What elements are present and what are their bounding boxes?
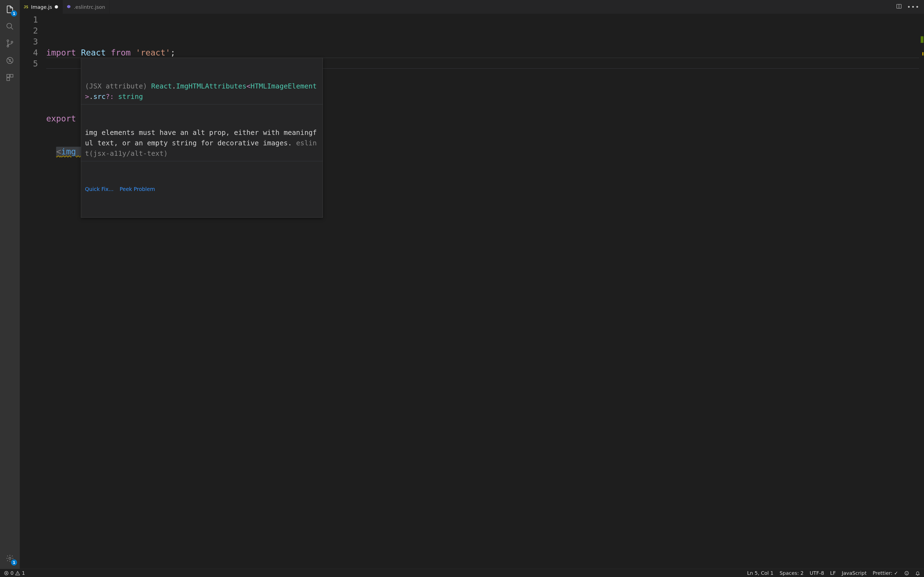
- smiley-icon: [904, 571, 909, 575]
- status-eol[interactable]: LF: [830, 570, 836, 576]
- svg-point-20: [906, 572, 906, 573]
- branch-icon: [6, 39, 14, 48]
- hover-lint-message: img elements must have an alt prop, eith…: [81, 125, 323, 161]
- activity-extensions[interactable]: [3, 71, 16, 84]
- status-notifications[interactable]: [915, 571, 920, 575]
- peek-problem-link[interactable]: Peek Problem: [120, 184, 155, 194]
- settings-badge: 1: [11, 559, 17, 566]
- hover-token: React: [151, 82, 172, 90]
- activity-debug[interactable]: [3, 54, 16, 67]
- tab-label: Image.js: [31, 4, 52, 10]
- status-problems[interactable]: 0 1: [4, 570, 25, 576]
- token: import: [46, 48, 76, 57]
- line-number: 5: [20, 58, 38, 69]
- warning-icon: [15, 571, 20, 575]
- editor[interactable]: 1 2 3 4 5 import React from 'react'; exp…: [20, 14, 924, 569]
- status-feedback[interactable]: [904, 571, 909, 575]
- hover-lint-text: img elements must have an alt prop, eith…: [85, 129, 317, 147]
- code-area[interactable]: import React from 'react'; export const …: [46, 14, 919, 569]
- line-number: 1: [20, 14, 38, 25]
- token: 'react': [136, 48, 170, 57]
- split-editor-icon: [896, 3, 902, 9]
- token: img: [61, 147, 76, 156]
- hover-tooltip: (JSX attribute) React.ImgHTMLAttributes<…: [81, 58, 323, 218]
- hover-token: >: [85, 93, 89, 101]
- line-number: 4: [20, 47, 38, 58]
- svg-point-19: [905, 571, 909, 575]
- line-number: 2: [20, 25, 38, 36]
- svg-marker-11: [67, 5, 70, 8]
- status-linecol[interactable]: Ln 5, Col 1: [747, 570, 774, 576]
- svg-line-6: [8, 58, 12, 63]
- svg-point-21: [907, 572, 908, 573]
- activity-settings[interactable]: 1: [3, 552, 16, 565]
- token: export: [46, 114, 76, 123]
- svg-rect-9: [7, 78, 10, 81]
- search-icon: [6, 22, 14, 31]
- hover-token: (JSX attribute): [85, 82, 151, 90]
- hover-token: string: [114, 93, 143, 101]
- hover-actions: Quick Fix... Peek Problem: [81, 182, 323, 197]
- tab-bar: JS Image.js .eslintrc.json •••: [20, 0, 924, 14]
- debug-icon: [6, 56, 14, 64]
- line-number: 3: [20, 36, 38, 47]
- hover-token: .: [172, 82, 176, 90]
- svg-point-10: [9, 557, 11, 559]
- hover-token: ImgHTMLAttributes: [176, 82, 246, 90]
- token: [76, 147, 81, 156]
- status-language[interactable]: JavaScript: [842, 570, 866, 576]
- status-prettier[interactable]: Prettier: ✓: [872, 570, 898, 576]
- activity-bar: 1 1: [0, 0, 20, 569]
- status-encoding[interactable]: UTF-8: [809, 570, 824, 576]
- tab-eslintrc[interactable]: .eslintrc.json: [63, 0, 110, 14]
- split-editor-button[interactable]: [896, 3, 902, 10]
- js-file-icon: JS: [24, 5, 28, 9]
- more-actions-button[interactable]: •••: [907, 3, 919, 10]
- overview-warning-mark: [922, 52, 924, 55]
- hover-token: <: [246, 82, 250, 90]
- activity-source-control[interactable]: [3, 37, 16, 50]
- hover-token: ?:: [106, 93, 114, 101]
- activity-search[interactable]: [3, 20, 16, 33]
- status-bar: 0 1 Ln 5, Col 1 Spaces: 2 UTF-8 LF JavaS…: [0, 569, 924, 577]
- status-indent[interactable]: Spaces: 2: [780, 570, 804, 576]
- overview-change-mark: [921, 36, 924, 43]
- token: ;: [171, 48, 176, 57]
- eslint-file-icon: [66, 5, 71, 10]
- svg-rect-8: [10, 74, 13, 77]
- explorer-badge: 1: [11, 10, 17, 16]
- overview-ruler[interactable]: [919, 14, 924, 569]
- bell-icon: [915, 571, 920, 575]
- ellipsis-icon: •••: [907, 3, 919, 10]
- line-number-gutter: 1 2 3 4 5: [20, 14, 46, 569]
- svg-point-0: [7, 23, 12, 28]
- svg-line-1: [11, 27, 13, 30]
- hover-token: src: [93, 93, 106, 101]
- svg-point-2: [7, 40, 8, 42]
- tab-image-js[interactable]: JS Image.js: [20, 0, 63, 14]
- token: from: [111, 48, 131, 57]
- token: React: [81, 48, 106, 57]
- activity-explorer[interactable]: 1: [3, 3, 16, 16]
- status-warning-count: 1: [22, 570, 25, 576]
- dirty-indicator-icon: [55, 5, 58, 8]
- status-error-count: 0: [10, 570, 13, 576]
- svg-rect-7: [7, 74, 10, 77]
- hover-token: HTMLImageElement: [250, 82, 317, 90]
- token: <: [56, 147, 61, 156]
- svg-point-4: [11, 41, 13, 43]
- error-icon: [4, 571, 9, 575]
- hover-token: .: [89, 93, 93, 101]
- tab-label: .eslintrc.json: [74, 4, 105, 10]
- hover-signature: (JSX attribute) React.ImgHTMLAttributes<…: [81, 79, 323, 105]
- extensions-icon: [6, 73, 14, 82]
- quick-fix-link[interactable]: Quick Fix...: [85, 184, 113, 194]
